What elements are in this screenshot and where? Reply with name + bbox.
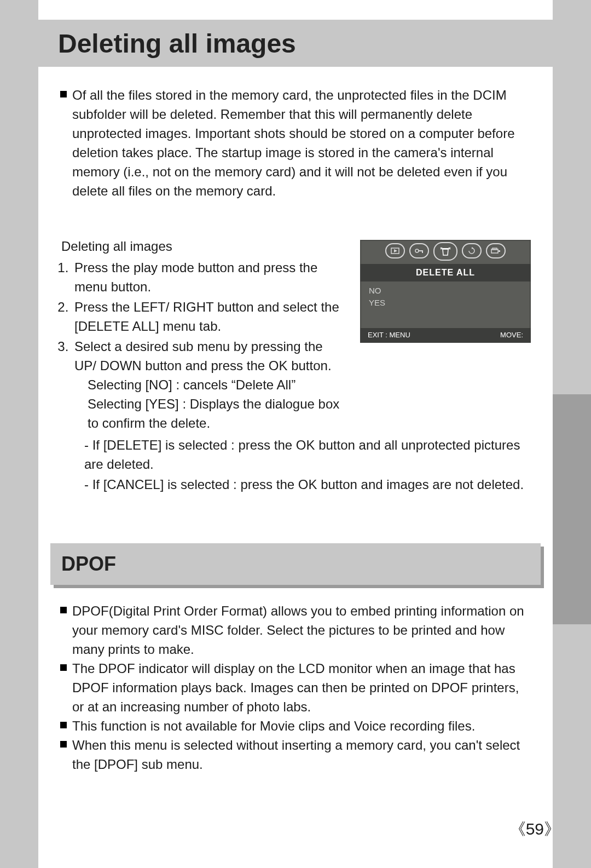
steps-title: Deleting all images <box>61 237 347 256</box>
dpof-bullet-3: This function is not available for Movie… <box>60 716 531 735</box>
page-gutter-left <box>0 0 38 868</box>
section-title-bar: Deleting all images <box>38 20 553 67</box>
svg-rect-4 <box>422 250 423 253</box>
page-number: 《59》 <box>509 818 560 841</box>
dpof-bullet-1: DPOF(Digital Print Order Format) allows … <box>60 601 531 659</box>
section2-title: DPOF <box>61 553 116 576</box>
section-title: Deleting all images <box>58 28 296 59</box>
slideshow-tab-icon <box>385 243 405 258</box>
intro-bullet: Of all the files stored in the memory ca… <box>60 85 531 200</box>
after-delete-note: - If [DELETE] is selected : press the OK… <box>84 435 531 474</box>
step-1: Press the play mode button and press the… <box>72 258 347 296</box>
lcd-tab-icons <box>360 240 531 264</box>
step-2: Press the LEFT/ RIGHT button and select … <box>72 297 347 336</box>
rotate-tab-icon <box>462 243 482 258</box>
step-3: Select a desired sub menu by pressing th… <box>72 337 347 433</box>
select-yes-line: Selecting [YES] : Displays the dialogue … <box>88 394 347 433</box>
after-cancel-note: - If [CANCEL] is selected : press the OK… <box>84 475 531 494</box>
lcd-option-yes: YES <box>369 297 522 309</box>
side-tab <box>553 394 591 624</box>
select-no-line: Selecting [NO] : cancels “Delete All” <box>88 375 347 394</box>
dpof-bullet-2: The DPOF indicator will display on the L… <box>60 659 531 716</box>
lcd-footer: EXIT : MENU MOVE: <box>360 328 531 343</box>
step-3-text: Select a desired sub menu by pressing th… <box>74 339 332 373</box>
lcd-option-no: NO <box>369 285 522 297</box>
delete-tab-icon <box>433 242 457 261</box>
camera-lcd-screenshot: DELETE ALL NO YES EXIT : MENU MOVE: <box>360 240 531 343</box>
dpof-bullet-4: When this menu is selected without inser… <box>60 735 531 774</box>
svg-marker-1 <box>394 249 397 252</box>
lcd-footer-move: MOVE: <box>500 330 523 341</box>
page-content: Deleting all images Of all the files sto… <box>38 0 553 868</box>
section1-intro: Of all the files stored in the memory ca… <box>60 85 531 200</box>
svg-rect-5 <box>442 248 449 249</box>
lcd-footer-exit: EXIT : MENU <box>368 330 410 341</box>
page-number-value: 59 <box>526 820 544 838</box>
lcd-options: NO YES <box>360 281 531 309</box>
steps-list: Press the play mode button and press the… <box>72 258 347 433</box>
steps-block: Deleting all images Press the play mode … <box>60 237 531 493</box>
lcd-menu-header: DELETE ALL <box>360 264 531 281</box>
dpof-tab-icon <box>486 243 506 258</box>
svg-rect-9 <box>499 250 500 252</box>
section2-title-bar: DPOF <box>50 543 541 585</box>
protect-tab-icon <box>409 243 429 258</box>
section2-body: DPOF(Digital Print Order Format) allows … <box>60 601 531 774</box>
